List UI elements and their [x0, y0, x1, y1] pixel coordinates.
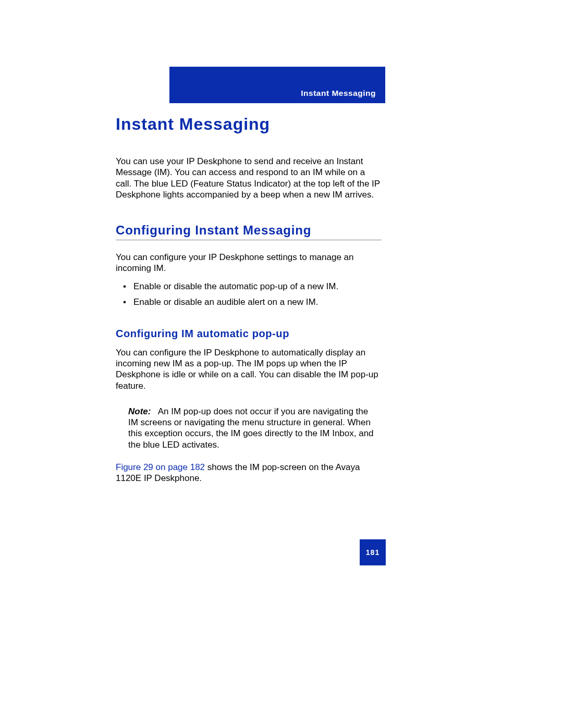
subsection-heading-auto-popup: Configuring IM automatic pop-up — [116, 328, 382, 340]
bullet-item: • Enable or disable an audible alert on … — [116, 296, 382, 309]
bullet-list: • Enable or disable the automatic pop-up… — [116, 280, 382, 309]
note-text: An IM pop-up does not occur if you are n… — [128, 406, 374, 450]
bullet-text: Enable or disable the automatic pop-up o… — [133, 281, 338, 291]
note-label: Note: — [128, 406, 151, 416]
page-content: Instant Messaging You can use your IP De… — [116, 115, 382, 484]
page-number: 181 — [366, 548, 380, 557]
section1-paragraph: You can configure your IP Deskphone sett… — [116, 252, 382, 274]
section2-paragraph: You can configure the IP Deskphone to au… — [116, 347, 382, 391]
bullet-item: • Enable or disable the automatic pop-up… — [116, 280, 382, 293]
page-number-box: 181 — [360, 539, 386, 565]
intro-paragraph: You can use your IP Deskphone to send an… — [116, 156, 382, 200]
page-title: Instant Messaging — [116, 115, 382, 134]
bullet-icon: • — [123, 280, 126, 293]
header-bar: Instant Messaging — [169, 67, 385, 103]
section-heading-configuring-im: Configuring Instant Messaging — [116, 223, 382, 240]
bullet-text: Enable or disable an audible alert on a … — [133, 297, 318, 307]
bullet-icon: • — [123, 296, 126, 309]
reference-paragraph: Figure 29 on page 182 shows the IM pop-s… — [116, 462, 382, 484]
note-body — [153, 406, 158, 416]
header-section-label: Instant Messaging — [301, 89, 376, 98]
figure-reference-link[interactable]: Figure 29 on page 182 — [116, 462, 205, 472]
note-block: Note: An IM pop-up does not occur if you… — [128, 406, 380, 450]
